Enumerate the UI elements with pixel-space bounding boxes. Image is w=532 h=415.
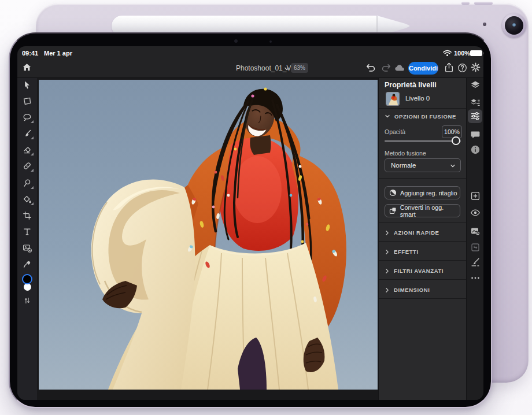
brush-tool[interactable] <box>23 129 32 138</box>
volume-button <box>461 2 470 5</box>
info-icon[interactable] <box>470 144 481 155</box>
chevron-right-icon <box>385 230 389 236</box>
opacity-slider-knob[interactable] <box>452 136 460 145</box>
chevron-right-icon <box>385 268 389 274</box>
blend-options-header[interactable]: OPZIONI DI FUSIONE <box>394 113 456 120</box>
layer-properties-panel: Proprietà livelli Livello 0 OPZIONI DI F… <box>378 78 466 400</box>
zoom-level-badge[interactable]: 63% <box>291 63 308 73</box>
divider <box>379 298 467 299</box>
layer-visibility-icon[interactable] <box>470 208 481 218</box>
section-azioni-rapide[interactable]: AZIONI RAPIDE <box>379 225 467 240</box>
foreground-color-swatch[interactable] <box>22 274 32 284</box>
properties-icon[interactable] <box>470 111 481 121</box>
canvas-area[interactable] <box>37 78 378 400</box>
layer-effects-icon[interactable] <box>470 257 481 268</box>
type-tool[interactable] <box>23 227 32 236</box>
add-layer-icon[interactable] <box>470 191 481 201</box>
place-photo-tool[interactable] <box>23 243 32 253</box>
convert-smart-object-button[interactable]: Converti in ogg. smart <box>385 204 460 217</box>
healing-brush-tool[interactable] <box>23 161 32 171</box>
swap-colors-icon[interactable] <box>23 297 31 305</box>
adjustment-layer-icon <box>389 189 397 197</box>
clone-stamp-tool[interactable] <box>23 179 32 188</box>
chevron-down-icon <box>450 164 456 168</box>
opacity-value-field[interactable]: 100% <box>442 125 462 138</box>
type-icon <box>23 227 32 236</box>
blend-mode-select[interactable]: Normale <box>385 158 461 172</box>
layer-name[interactable]: Livello 0 <box>405 95 430 102</box>
eraser-icon <box>23 145 32 154</box>
home-icon[interactable] <box>22 62 32 72</box>
transform-icon <box>23 97 32 106</box>
divider <box>379 222 467 223</box>
layers-icon[interactable] <box>470 80 481 90</box>
add-clipping-adjustment-button[interactable]: Aggiungi reg. ritaglio <box>385 186 460 199</box>
section-label: EFFETTI <box>394 249 419 255</box>
canvas-photo <box>39 80 378 390</box>
lasso-select-tool[interactable] <box>23 113 32 122</box>
eyedropper-icon <box>23 260 32 269</box>
front-camera-icon <box>234 39 238 43</box>
power-button <box>474 2 493 5</box>
section-effetti[interactable]: EFFETTI <box>379 244 467 260</box>
divider <box>379 279 467 280</box>
settings-gear-icon[interactable] <box>471 62 481 72</box>
front-sensor-icon <box>269 40 272 43</box>
more-options-icon[interactable] <box>470 273 481 283</box>
section-label: DIMENSIONI <box>394 287 430 293</box>
share-button[interactable]: Condividi <box>408 62 438 75</box>
button-label: Converti in ogg. smart <box>400 204 460 218</box>
section-label: FILTRI AVANZATI <box>394 268 444 274</box>
crop-tool[interactable] <box>23 211 32 220</box>
crop-icon <box>23 211 32 220</box>
status-time: 09:41 <box>22 50 38 57</box>
clone-stamp-icon <box>23 179 32 188</box>
chevron-down-icon[interactable] <box>284 66 290 71</box>
clip-layer-icon[interactable] <box>470 242 481 253</box>
layer-mask-icon[interactable] <box>470 226 481 236</box>
comments-icon[interactable] <box>470 129 481 140</box>
blend-mode-value: Normale <box>391 162 416 169</box>
battery-percent: 100% <box>454 50 470 57</box>
move-icon <box>23 80 32 90</box>
eyedropper-tool[interactable] <box>23 260 32 269</box>
bandage-icon <box>23 161 32 171</box>
cloud-sync-icon[interactable] <box>394 64 405 72</box>
status-date: Mer 1 apr <box>44 50 72 57</box>
eraser-tool[interactable] <box>23 145 32 154</box>
divider <box>379 108 467 109</box>
battery-icon <box>470 50 482 56</box>
help-icon[interactable] <box>457 63 467 73</box>
wifi-icon <box>443 50 452 57</box>
button-label: Aggiungi reg. ritaglio <box>400 190 457 197</box>
rear-camera <box>502 13 526 38</box>
undo-icon[interactable] <box>365 63 376 72</box>
smart-object-icon <box>389 207 397 214</box>
opacity-label: Opacità <box>385 128 405 135</box>
place-photo-icon <box>23 243 32 253</box>
tool-sidebar <box>17 78 37 400</box>
chevron-right-icon <box>385 249 389 255</box>
camera-lens-icon <box>505 16 523 35</box>
layer-thumbnail[interactable] <box>386 92 400 106</box>
fill-tool[interactable] <box>23 195 32 204</box>
divider <box>379 260 467 261</box>
right-taskbar <box>466 78 483 400</box>
chevron-down-icon[interactable] <box>385 114 390 118</box>
section-label: AZIONI RAPIDE <box>394 229 439 236</box>
opacity-slider-track[interactable] <box>385 140 461 142</box>
section-dimensioni[interactable]: DIMENSIONI <box>379 283 467 298</box>
export-share-icon[interactable] <box>444 62 454 73</box>
transform-tool[interactable] <box>23 97 32 106</box>
paint-fill-icon <box>23 195 32 204</box>
mic-dot <box>483 23 486 26</box>
layer-thumbnail-image <box>386 92 399 105</box>
section-filtri-avanzati[interactable]: FILTRI AVANZATI <box>379 264 467 279</box>
redo-icon[interactable] <box>380 63 391 72</box>
divider <box>379 178 467 179</box>
layer-detail-icon[interactable] <box>470 98 481 108</box>
app-screen: 09:41 Mer 1 apr 100% Photoshoot_01_V3 63… <box>17 46 483 400</box>
move-tool[interactable] <box>23 80 32 90</box>
brush-icon <box>23 129 32 138</box>
panel-title: Proprietà livelli <box>385 81 437 89</box>
